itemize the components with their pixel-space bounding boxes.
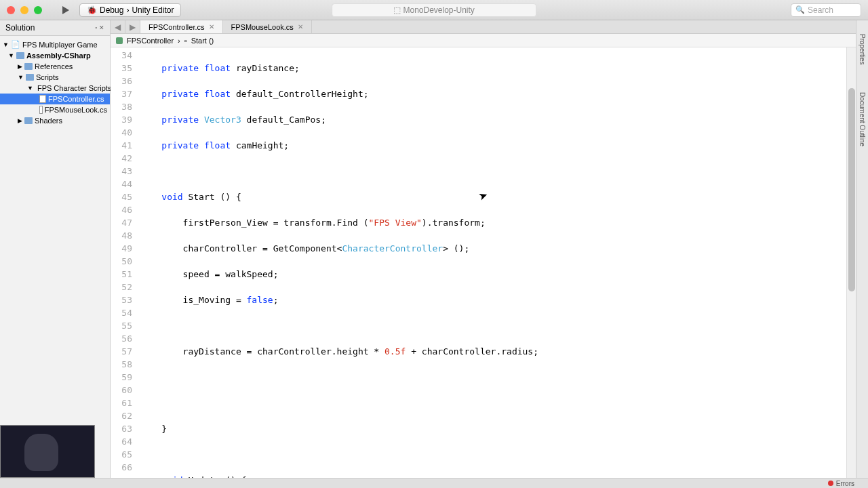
chevron-right-icon: ›	[126, 5, 129, 15]
document-outline-tab[interactable]: Document Outline	[859, 92, 866, 146]
editor-area: ◀ ▶ FPSController.cs✕ FPSMouseLook.cs✕ F…	[111, 20, 856, 478]
nav-forward-button[interactable]: ▶	[125, 20, 140, 33]
window-controls	[7, 6, 42, 14]
scripts-folder[interactable]: ▼ Scripts	[0, 72, 110, 83]
vertical-scrollbar[interactable]	[846, 47, 856, 478]
nav-back-button[interactable]: ◀	[111, 20, 125, 33]
debug-config-button[interactable]: 🐞 Debug › Unity Editor	[79, 3, 181, 17]
class-icon	[116, 37, 123, 44]
breadcrumb[interactable]: FPSController › ▫Start ()	[111, 34, 856, 47]
project-node[interactable]: ▼📄 FPS Multiplayer Game	[0, 39, 110, 50]
titlebar: 🐞 Debug › Unity Editor ⬚ MonoDevelop-Uni…	[0, 0, 868, 20]
code-viewport[interactable]: 3435363738394041424344454647484950515253…	[111, 47, 856, 478]
tab-fpscontroller[interactable]: FPSController.cs✕	[140, 20, 223, 33]
search-input[interactable]: Search	[791, 3, 861, 17]
webcam-overlay	[0, 425, 95, 478]
solution-tree: ▼📄 FPS Multiplayer Game ▼ Assembly-CShar…	[0, 36, 110, 129]
play-icon[interactable]	[62, 6, 69, 14]
file-fpscontroller[interactable]: FPSController.cs	[0, 94, 110, 104]
code-content[interactable]: private float rayDistance; private float…	[138, 47, 846, 478]
properties-tab[interactable]: Properties	[859, 34, 866, 65]
chevron-right-icon: ›	[178, 37, 180, 45]
app-title: ⬚ MonoDevelop-Unity	[332, 3, 536, 17]
bug-icon: 🐞	[87, 5, 97, 15]
solution-sidebar: Solution▫ ✕ ▼📄 FPS Multiplayer Game ▼ As…	[0, 20, 111, 478]
sidebar-header: Solution▫ ✕	[0, 20, 110, 36]
close-icon[interactable]: ✕	[298, 23, 303, 30]
tab-bar: ◀ ▶ FPSController.cs✕ FPSMouseLook.cs✕	[111, 20, 856, 34]
scroll-thumb[interactable]	[848, 88, 855, 291]
method-icon: ▫	[184, 37, 187, 45]
assembly-node[interactable]: ▼ Assembly-CSharp	[0, 50, 110, 61]
unity-icon: ⬚	[393, 5, 403, 15]
close-icon[interactable]: ✕	[209, 23, 214, 30]
tab-fpsmouselook[interactable]: FPSMouseLook.cs✕	[223, 20, 312, 33]
error-icon	[828, 481, 833, 486]
fps-char-scripts-folder[interactable]: ▼ FPS Character Scripts	[0, 83, 110, 94]
status-bar: Errors	[0, 478, 868, 488]
minimize-icon[interactable]	[20, 6, 28, 14]
file-fpsmouselook[interactable]: FPSMouseLook.cs	[0, 104, 110, 115]
close-icon[interactable]	[7, 6, 15, 14]
references-node[interactable]: ▶ References	[0, 61, 110, 72]
shaders-folder[interactable]: ▶ Shaders	[0, 115, 110, 126]
line-gutter: 3435363738394041424344454647484950515253…	[111, 47, 138, 478]
right-panel-tabs: Properties Document Outline	[856, 20, 868, 478]
errors-button[interactable]: Errors	[836, 480, 854, 487]
sidebar-options-icon[interactable]: ▫ ✕	[95, 24, 104, 31]
maximize-icon[interactable]	[34, 6, 42, 14]
